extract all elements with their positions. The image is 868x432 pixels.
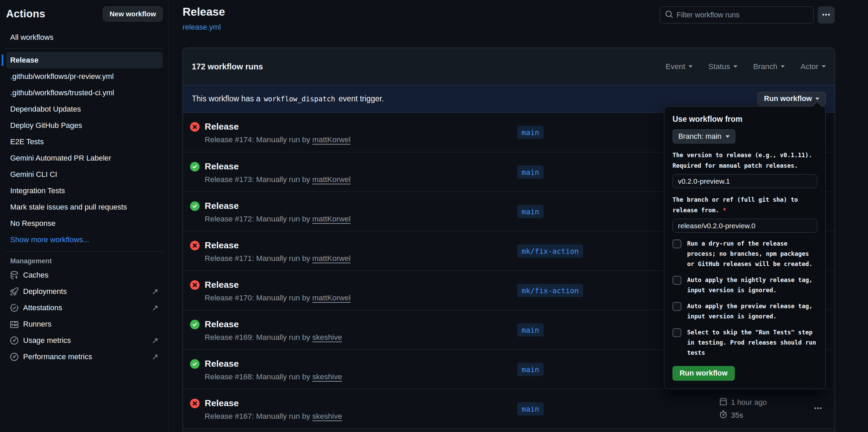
run-actor-link[interactable]: mattKorwel (312, 135, 351, 144)
chevron-down-icon (733, 65, 737, 68)
filter-workflow-runs-input[interactable] (677, 11, 809, 19)
server-icon (10, 320, 18, 328)
sidebar-item-all-workflows[interactable]: All workflows (6, 30, 163, 45)
dispatch-checkbox-row: Run a dry-run of the releaseprocess; no … (673, 238, 817, 269)
sidebar-workflow-item[interactable]: Dependabot Updates (6, 101, 163, 117)
failure-icon (190, 399, 200, 408)
run-actor-link[interactable]: mattKorwel (312, 215, 351, 223)
checkbox[interactable] (673, 239, 681, 248)
sidebar-workflow-item[interactable]: .github/workflows/trusted-ci.yml (6, 85, 163, 101)
management-item-label: Caches (23, 271, 49, 280)
run-workflow-dispatch-panel: Use workflow from Branch: main The versi… (664, 106, 826, 389)
checkbox[interactable] (673, 276, 681, 285)
run-title-link[interactable]: Release (205, 201, 351, 211)
run-workflow-submit-button[interactable]: Run workflow (673, 366, 735, 381)
kebab-icon (814, 404, 822, 414)
external-link-arrow-icon: ↗ (152, 336, 158, 345)
management-item-label: Performance metrics (23, 352, 92, 361)
success-icon (190, 201, 200, 211)
run-description: Release #173: Manually run by mattKorwel (205, 175, 351, 184)
run-actor-link[interactable]: skeshive (312, 333, 342, 342)
run-title-link[interactable]: Release (205, 319, 342, 330)
runs-filters: Event Status Branch Actor (666, 62, 826, 71)
run-options-kebab-button[interactable] (811, 402, 825, 416)
sidebar-workflow-item[interactable]: Gemini Automated PR Labeler (6, 150, 163, 166)
run-actor-link[interactable]: mattKorwel (312, 294, 351, 302)
run-actor-link[interactable]: mattKorwel (312, 175, 351, 184)
sidebar-divider (5, 251, 163, 252)
banner-text-before: This workflow has a (192, 94, 260, 103)
dispatch-checkbox-row: Auto apply the nightly release tag,input… (673, 275, 817, 295)
sidebar-divider (5, 48, 163, 49)
show-more-workflows-link[interactable]: Show more workflows... (6, 232, 163, 248)
branch-pill[interactable]: main (517, 363, 544, 376)
branch-pill[interactable]: main (517, 205, 544, 218)
workflow-options-kebab-button[interactable] (818, 6, 835, 23)
sidebar-management-item[interactable]: Performance metrics ↗ (6, 349, 163, 365)
success-icon (190, 359, 200, 369)
run-actor-link[interactable]: skeshive (312, 412, 342, 420)
sidebar-management-item[interactable]: Attestations ↗ (6, 300, 163, 316)
sidebar-workflow-item[interactable]: .github/workflows/pr-review.yml (6, 68, 163, 85)
kebab-icon (822, 10, 831, 20)
run-title-link[interactable]: Release (205, 121, 351, 132)
sidebar-workflow-item[interactable]: Deploy GitHub Pages (6, 117, 163, 134)
run-title-link[interactable]: Release (205, 240, 351, 251)
workflow-run-row: Release Release #167: Manually run by sk… (183, 389, 835, 428)
branch-select-button[interactable]: Branch: main (673, 129, 735, 144)
external-link-arrow-icon: ↗ (152, 287, 158, 296)
run-title-link[interactable]: Release (205, 359, 342, 369)
branch-pill[interactable]: main (517, 126, 544, 139)
run-duration: 35s (731, 411, 743, 420)
failure-icon (190, 280, 200, 290)
checkbox-label: Auto apply the preview release tag,input… (687, 301, 813, 321)
external-link-arrow-icon: ↗ (152, 353, 158, 361)
new-workflow-button[interactable]: New workflow (103, 6, 163, 21)
sidebar-management-item[interactable]: Caches (6, 267, 163, 283)
dispatch-field: The branch or ref (full git sha) torelea… (673, 195, 817, 233)
branch-pill[interactable]: main (517, 323, 544, 336)
run-title-link[interactable]: Release (205, 398, 342, 409)
meter-icon (10, 353, 18, 361)
sidebar-workflow-item[interactable]: E2E Tests (6, 134, 163, 150)
sidebar-workflow-item[interactable]: Integration Tests (6, 183, 163, 199)
failure-icon (190, 241, 200, 250)
banner-text-after: event trigger. (339, 94, 384, 103)
branch-pill[interactable]: main (517, 165, 544, 179)
chevron-down-icon (688, 65, 693, 68)
run-description: Release #170: Manually run by mattKorwel (205, 294, 351, 302)
field-input[interactable] (673, 219, 817, 233)
checkbox[interactable] (673, 302, 681, 311)
run-actor-link[interactable]: skeshive (312, 372, 342, 381)
sidebar-workflow-item[interactable]: Mark stale issues and pull requests (6, 199, 163, 215)
workflow-file-link[interactable]: release.yml (183, 23, 221, 32)
filter-workflow-runs-box (660, 6, 814, 23)
sidebar-workflow-item[interactable]: No Response (6, 215, 163, 232)
sidebar-management-item[interactable]: Deployments ↗ (6, 283, 163, 300)
run-title-link[interactable]: Release (205, 280, 351, 290)
runs-filter-dropdown[interactable]: Actor (800, 62, 826, 71)
checkbox[interactable] (673, 328, 681, 337)
page-title: Release (183, 5, 225, 18)
sidebar-workflow-item[interactable]: Release (6, 52, 163, 68)
branch-pill[interactable]: main (517, 402, 544, 415)
runs-filter-dropdown[interactable]: Status (708, 62, 737, 71)
actions-sidebar: Actions New workflow All workflows Relea… (0, 0, 169, 432)
branch-pill[interactable]: mk/fix-action (517, 284, 583, 297)
workflow-list: Release .github/workflows/pr-review.yml … (6, 52, 163, 232)
field-input[interactable] (673, 174, 817, 188)
management-section-title: Management (6, 257, 163, 265)
dispatch-checkboxes: Run a dry-run of the releaseprocess; no … (673, 238, 817, 358)
runs-filter-dropdown[interactable]: Event (666, 62, 693, 71)
runs-filter-dropdown[interactable]: Branch (753, 62, 785, 71)
sidebar-management-item[interactable]: Runners (6, 316, 163, 332)
failure-icon (190, 122, 200, 132)
partial-run-row (183, 428, 835, 432)
sidebar-workflow-item[interactable]: Gemini CLI CI (6, 166, 163, 183)
run-description: Release #168: Manually run by skeshive (205, 372, 342, 381)
run-actor-link[interactable]: mattKorwel (312, 254, 351, 263)
branch-pill[interactable]: mk/fix-action (517, 244, 583, 257)
dispatch-checkbox-row: Auto apply the preview release tag,input… (673, 301, 817, 321)
sidebar-management-item[interactable]: Usage metrics ↗ (6, 332, 163, 349)
run-title-link[interactable]: Release (205, 161, 351, 172)
